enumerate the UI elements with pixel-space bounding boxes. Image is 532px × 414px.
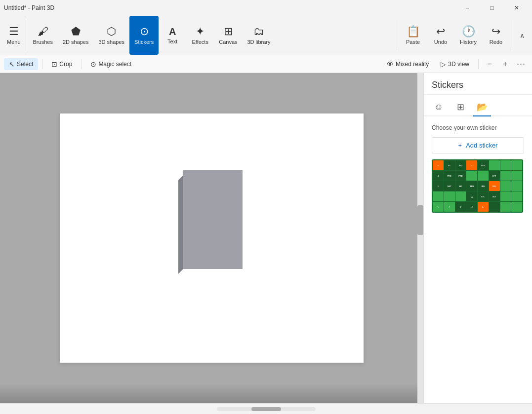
key-cell [511, 191, 522, 201]
drawing-canvas[interactable] [60, 113, 364, 363]
sub-mixed-reality[interactable]: 👁 Mixed reality [382, 58, 434, 70]
toolbar-stickers[interactable]: ⊙ Stickers [129, 16, 159, 55]
title-bar: Untitled* - Paint 3D – □ ✕ [0, 0, 532, 16]
sticker-preview[interactable]: <F1F10>SFT4PRDPRDSFT1NXTINFTABINSDEL△CTL… [432, 159, 523, 213]
toolbar-text[interactable]: A Text [159, 16, 186, 55]
undo-label: Undo [434, 39, 447, 45]
panel-tab-stickers2[interactable]: ⊞ [451, 99, 469, 116]
mixed-reality-label: Mixed reality [396, 61, 429, 68]
stickers-label: Stickers [134, 39, 154, 45]
crop-icon: ⊡ [51, 60, 57, 68]
toolbar-effects[interactable]: ✦ Effects [186, 16, 214, 55]
toolbar-3d-shapes[interactable]: ⬡ 3D shapes [93, 16, 129, 55]
zoom-out-button[interactable]: − [483, 57, 496, 71]
key-cell: △ [466, 191, 477, 201]
sub-tool-select[interactable]: ↖ Select [4, 58, 38, 70]
h-scrollbar-thumb[interactable] [251, 407, 281, 411]
2d-shapes-icon: ⬟ [71, 26, 81, 37]
menu-label: Menu [7, 39, 21, 45]
key-cell: CTL [478, 191, 489, 201]
sub-tool-crop[interactable]: ⊡ Crop [46, 58, 77, 70]
toolbar-canvas[interactable]: ⊞ Canvas [214, 16, 242, 55]
key-cell: ↖ [433, 202, 444, 212]
maximize-button[interactable]: □ [481, 0, 503, 16]
more-options-button[interactable]: ··· [514, 57, 528, 71]
toolbar-paste[interactable]: 📋 Paste [399, 16, 427, 55]
add-label: Add sticker [466, 142, 497, 149]
key-cell: ALT [489, 191, 500, 201]
add-icon: + [458, 142, 462, 149]
key-cell [489, 202, 500, 212]
key-cell: 1 [433, 181, 444, 191]
minimize-button[interactable]: – [456, 0, 479, 16]
effects-icon: ✦ [196, 26, 205, 37]
toolbar-right: 📋 Paste ↩ Undo 🕐 History ↪ Redo ∧ [395, 16, 530, 55]
key-cell: < [433, 160, 444, 170]
key-cell [444, 191, 455, 201]
vertical-scrollbar[interactable] [417, 73, 423, 403]
key-cell: PRD [444, 171, 455, 181]
sub-sep-3 [478, 59, 479, 69]
undo-icon: ↩ [436, 26, 445, 37]
toolbar-undo[interactable]: ↩ Undo [427, 16, 454, 55]
stickers-icon: ⊙ [140, 26, 149, 37]
close-button[interactable]: ✕ [505, 0, 528, 16]
key-cell [500, 181, 511, 191]
toolbar-3dlibrary[interactable]: 🗂 3D library [243, 16, 276, 55]
mixed-reality-icon: 👁 [387, 60, 394, 68]
panel-tab-emoji[interactable]: ☺ [430, 99, 448, 116]
3dlibrary-icon: 🗂 [253, 26, 264, 37]
toolbar-brushes[interactable]: 🖌 Brushes [28, 16, 58, 55]
menu-button[interactable]: ☰ Menu [2, 16, 26, 55]
canvas-area[interactable] [0, 73, 423, 403]
toolbar-2d-shapes[interactable]: ⬟ 2D shapes [58, 16, 94, 55]
sub-sep-2 [81, 59, 82, 69]
key-cell [478, 171, 489, 181]
brushes-icon: 🖌 [38, 26, 48, 37]
key-cell [489, 160, 500, 170]
select-label: Select [17, 61, 33, 68]
collapse-button[interactable]: ∧ [514, 16, 530, 55]
choose-sticker-label: Choose your own sticker [432, 124, 524, 131]
text-icon: A [169, 27, 176, 37]
brushes-label: Brushes [33, 39, 53, 45]
key-cell [433, 191, 444, 201]
window-controls: – □ ✕ [456, 0, 528, 16]
sub-3d-view[interactable]: ▷ 3D view [436, 58, 474, 70]
redo-icon: ↪ [491, 26, 500, 37]
key-cell [511, 160, 522, 170]
status-bar [0, 403, 532, 414]
shape-front-face [183, 170, 243, 269]
canvas-icon: ⊞ [224, 26, 233, 37]
key-cell [511, 171, 522, 181]
key-cell: PRD [455, 171, 466, 181]
3d-shape [178, 170, 243, 269]
key-cell: NXT [444, 181, 455, 191]
key-cell: ▷ [478, 202, 489, 212]
key-cell: TAB [466, 181, 477, 191]
history-icon: 🕐 [462, 26, 475, 37]
panel-title: Stickers [424, 73, 532, 95]
horizontal-scrollbar[interactable] [4, 407, 528, 411]
redo-label: Redo [490, 39, 502, 45]
add-sticker-button[interactable]: + Add sticker [432, 137, 524, 153]
key-cell [511, 202, 522, 212]
magic-select-label: Magic select [98, 61, 131, 68]
key-cell: DEL [489, 181, 500, 191]
canvas-label: Canvas [219, 39, 237, 45]
key-cell: ◁ [466, 202, 477, 212]
history-label: History [460, 39, 477, 45]
toolbar-history[interactable]: 🕐 History [454, 16, 482, 55]
zoom-in-button[interactable]: + [498, 57, 512, 71]
key-cell: SFT [478, 160, 489, 170]
key-cell: ↗ [444, 202, 455, 212]
panel-tab-custom[interactable]: 📂 [473, 99, 491, 116]
toolbar-redo[interactable]: ↪ Redo [482, 16, 510, 55]
panel-content: Choose your own sticker + Add sticker <F… [424, 116, 532, 403]
sub-tool-magic-select[interactable]: ⊙ Magic select [85, 58, 136, 70]
3d-shapes-icon: ⬡ [107, 26, 116, 37]
key-cell: INF [455, 181, 466, 191]
h-scrollbar-track[interactable] [217, 407, 316, 411]
vertical-scrollbar-thumb[interactable] [417, 205, 423, 235]
sticker-image: <F1F10>SFT4PRDPRDSFT1NXTINFTABINSDEL△CTL… [432, 159, 523, 213]
